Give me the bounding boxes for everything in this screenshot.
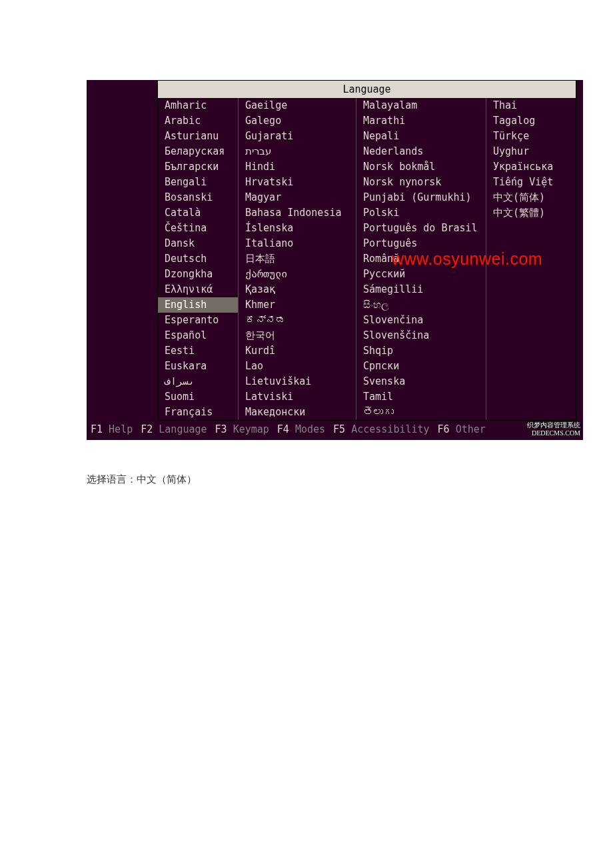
language-option[interactable]: 日本語: [239, 251, 356, 267]
fkey-f2[interactable]: F2 Language: [141, 422, 207, 437]
language-option[interactable]: Magyar: [239, 190, 356, 205]
language-column: ThaiTagalogTürkçeUyghurУкраїнськаTiếng V…: [486, 98, 576, 420]
language-column: AmharicArabicAsturianuБеларускаяБългарск…: [158, 98, 239, 420]
language-option[interactable]: Slovenščina: [356, 328, 486, 343]
language-option[interactable]: Čeština: [158, 221, 238, 236]
language-option[interactable]: Bosanski: [158, 190, 238, 205]
language-option[interactable]: Íslenska: [239, 221, 356, 236]
language-option[interactable]: Ελληνικά: [158, 282, 238, 297]
language-option[interactable]: Български: [158, 159, 238, 175]
caption-text: 选择语言：中文（简体）: [87, 473, 593, 486]
language-option[interactable]: Tagalog: [486, 113, 576, 129]
language-option[interactable]: Italiano: [239, 236, 356, 251]
language-option[interactable]: Türkçe: [486, 129, 576, 144]
language-option[interactable]: Kurdî: [239, 343, 356, 359]
language-option[interactable]: Malayalam: [356, 98, 486, 113]
language-option[interactable]: తెలుగు: [356, 405, 486, 420]
dialog-title: Language: [158, 81, 576, 98]
language-option[interactable]: Bahasa Indonesia: [239, 205, 356, 221]
language-option[interactable]: Português do Brasil: [356, 221, 486, 236]
fkey-f6[interactable]: F6 Other: [438, 422, 486, 437]
language-option[interactable]: ىسراف: [158, 374, 238, 389]
language-option[interactable]: Punjabi (Gurmukhi): [356, 190, 486, 205]
language-option[interactable]: Беларуская: [158, 144, 238, 159]
fkey-f3[interactable]: F3 Keymap: [215, 422, 269, 437]
language-option[interactable]: Khmer: [239, 297, 356, 313]
language-option[interactable]: Shqip: [356, 343, 486, 359]
language-option[interactable]: English: [158, 297, 238, 313]
language-grid: AmharicArabicAsturianuБеларускаяБългарск…: [158, 98, 576, 420]
language-option[interactable]: Deutsch: [158, 251, 238, 267]
language-option[interactable]: Lao: [239, 359, 356, 374]
language-option[interactable]: Nepali: [356, 129, 486, 144]
language-option[interactable]: Esperanto: [158, 313, 238, 328]
language-option[interactable]: Slovenčina: [356, 313, 486, 328]
language-option[interactable]: Català: [158, 205, 238, 221]
fkey-f5[interactable]: F5 Accessibility: [333, 422, 430, 437]
language-option[interactable]: 中文(繁體): [486, 205, 576, 221]
language-option[interactable]: Amharic: [158, 98, 238, 113]
language-option[interactable]: Galego: [239, 113, 356, 129]
language-option[interactable]: Norsk nynorsk: [356, 175, 486, 190]
language-option[interactable]: Sámegillii: [356, 282, 486, 297]
language-option[interactable]: Hindi: [239, 159, 356, 175]
language-option[interactable]: Македонски: [239, 405, 356, 420]
fkey-f4[interactable]: F4 Modes: [277, 422, 325, 437]
language-option[interactable]: සිංහල: [356, 297, 486, 313]
language-option[interactable]: Gujarati: [239, 129, 356, 144]
language-option[interactable]: Gaeilge: [239, 98, 356, 113]
fkey-bar: F1 HelpF2 LanguageF3 KeymapF4 ModesF5 Ac…: [87, 421, 583, 440]
language-option[interactable]: Eesti: [158, 343, 238, 359]
language-option[interactable]: 中文(简体): [486, 190, 576, 205]
language-option[interactable]: Українська: [486, 159, 576, 175]
language-column: GaeilgeGalegoGujaratiעבריתHindiHrvatskiM…: [239, 98, 356, 420]
language-option[interactable]: ქართული: [239, 267, 356, 282]
language-option[interactable]: Français: [158, 405, 238, 420]
language-option[interactable]: Қазақ: [239, 282, 356, 297]
language-option[interactable]: Euskara: [158, 359, 238, 374]
language-option[interactable]: Dansk: [158, 236, 238, 251]
language-option[interactable]: Español: [158, 328, 238, 343]
language-column: MalayalamMarathiNepaliNederlandsNorsk bo…: [356, 98, 486, 420]
language-option[interactable]: ಕನ್ನಡ: [239, 313, 356, 328]
language-option[interactable]: Norsk bokmål: [356, 159, 486, 175]
language-option[interactable]: Lietuviškai: [239, 374, 356, 389]
language-option[interactable]: Latviski: [239, 389, 356, 405]
language-option[interactable]: Marathi: [356, 113, 486, 129]
language-option[interactable]: Asturianu: [158, 129, 238, 144]
language-option[interactable]: עברית: [239, 144, 356, 159]
language-option[interactable]: Tamil: [356, 389, 486, 405]
language-dialog: Language AmharicArabicAsturianuБеларуска…: [157, 80, 576, 421]
language-option[interactable]: Română: [356, 251, 486, 267]
language-option[interactable]: Polski: [356, 205, 486, 221]
language-option[interactable]: Tiếng Việt: [486, 175, 576, 190]
language-option[interactable]: Suomi: [158, 389, 238, 405]
language-option[interactable]: Uyghur: [486, 144, 576, 159]
language-option[interactable]: Dzongkha: [158, 267, 238, 282]
language-option[interactable]: Nederlands: [356, 144, 486, 159]
language-option[interactable]: Русский: [356, 267, 486, 282]
language-option[interactable]: Português: [356, 236, 486, 251]
language-option[interactable]: Српски: [356, 359, 486, 374]
installer-screenshot: Language AmharicArabicAsturianuБеларуска…: [87, 80, 583, 440]
language-option[interactable]: Hrvatski: [239, 175, 356, 190]
language-option[interactable]: Bengali: [158, 175, 238, 190]
language-option[interactable]: Svenska: [356, 374, 486, 389]
language-option[interactable]: Arabic: [158, 113, 238, 129]
language-option[interactable]: Thai: [486, 98, 576, 113]
language-option[interactable]: 한국어: [239, 328, 356, 343]
fkey-f1[interactable]: F1 Help: [91, 422, 133, 437]
